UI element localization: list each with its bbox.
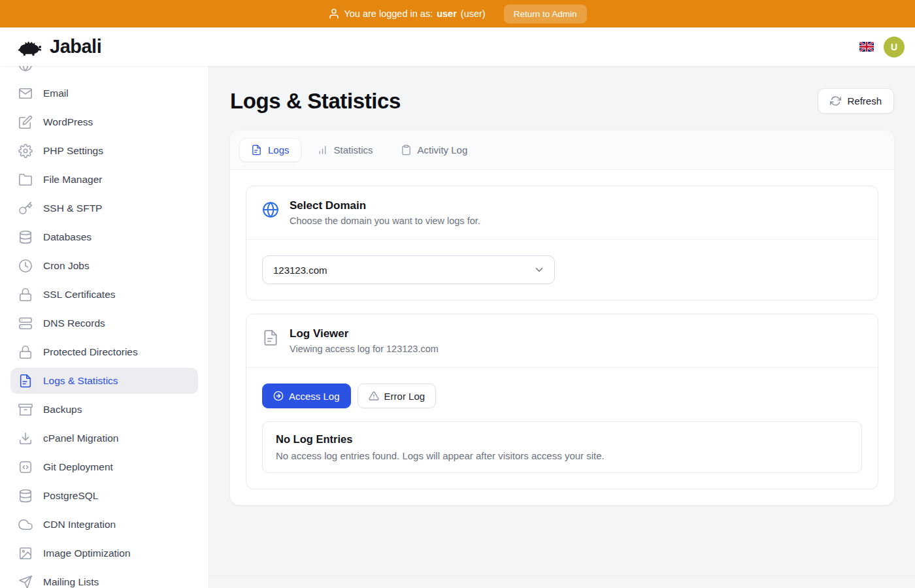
app-footer: Jabali Panel GitHub • © 2026 Jabali v0.9…: [209, 576, 915, 588]
sidebar-item-protected-directories[interactable]: Protected Directories: [10, 339, 198, 365]
sidebar-item-label: Cron Jobs: [43, 260, 90, 272]
folder-icon: [18, 172, 33, 187]
sidebar-item-postgresql[interactable]: PostgreSQL: [10, 483, 198, 509]
sidebar-item-label: Image Optimization: [43, 547, 131, 559]
bar-chart-icon: [317, 144, 328, 155]
brand[interactable]: Jabali: [17, 34, 101, 60]
impersonation-username: user: [437, 8, 457, 19]
sidebar-item-git-deployment[interactable]: Git Deployment: [10, 454, 198, 480]
database-icon: [18, 230, 33, 244]
sidebar-item-ssl-certificates[interactable]: SSL Certificates: [10, 282, 198, 308]
tab-label: Logs: [268, 144, 290, 155]
send-icon: [18, 575, 33, 588]
chevron-down-icon: [533, 264, 545, 276]
sidebar-item-label: CDN Integration: [43, 519, 116, 531]
sidebar-item-logs-statistics[interactable]: Logs & Statistics: [10, 368, 198, 394]
impersonation-prefix: You are logged in as:: [344, 8, 433, 19]
sidebar-item-file-manager[interactable]: File Manager: [10, 167, 198, 193]
sidebar-item-label: Databases: [43, 231, 92, 243]
sidebar-item-image-optimization[interactable]: Image Optimization: [10, 540, 198, 566]
cloud-icon: [18, 517, 33, 532]
sidebar-item-mailing-lists[interactable]: Mailing Lists: [10, 569, 198, 588]
log-viewer-header: Log Viewer Viewing access log for 123123…: [246, 314, 878, 367]
main-content: Logs & Statistics Refresh LogsStatistics…: [209, 66, 915, 505]
archive-icon: [18, 402, 33, 417]
access-log-label: Access Log: [289, 391, 340, 402]
sidebar-item-wordpress[interactable]: WordPress: [10, 109, 198, 135]
tabs-row: LogsStatisticsActivity Log: [230, 131, 894, 170]
refresh-icon: [830, 95, 841, 106]
uk-flag-icon[interactable]: [859, 42, 874, 52]
sidebar-item-cron-jobs[interactable]: Cron Jobs: [10, 253, 198, 279]
app-shell: EmailWordPressPHP SettingsFile ManagerSS…: [0, 66, 915, 588]
tab-activity-log[interactable]: Activity Log: [389, 138, 480, 162]
sidebar-item-label: WordPress: [43, 116, 93, 128]
alert-triangle-icon: [369, 391, 379, 401]
empty-log-message: No access log entries found. Logs will a…: [276, 450, 848, 461]
database-icon: [18, 489, 33, 503]
sidebar-item-databases[interactable]: Databases: [10, 224, 198, 250]
server-icon: [18, 316, 33, 331]
settings-icon: [18, 144, 33, 158]
sidebar-item-label: Backups: [43, 404, 82, 416]
globe-icon: [18, 66, 33, 72]
log-viewer-description: Viewing access log for 123123.com: [290, 344, 439, 354]
return-to-admin-button[interactable]: Return to Admin: [504, 5, 587, 24]
brand-name: Jabali: [50, 36, 101, 57]
tab-logs[interactable]: Logs: [239, 138, 301, 162]
select-domain-description: Choose the domain you want to view logs …: [290, 216, 480, 226]
key-icon: [18, 201, 33, 216]
app-header: Jabali U: [0, 27, 915, 66]
page-title: Logs & Statistics: [230, 89, 401, 114]
sidebar-item-label: Email: [43, 88, 69, 99]
edit-icon: [18, 115, 33, 129]
tab-label: Statistics: [334, 144, 373, 155]
sidebar-item-label: Mailing Lists: [43, 576, 99, 588]
page-head: Logs & Statistics Refresh: [230, 88, 894, 114]
download-icon: [18, 431, 33, 446]
sidebar-item-cdn-integration[interactable]: CDN Integration: [10, 512, 198, 538]
user-icon: [328, 8, 340, 20]
log-viewer-title: Log Viewer: [290, 327, 439, 340]
select-domain-card: Select Domain Choose the domain you want…: [246, 186, 878, 301]
empty-log-state: No Log Entries No access log entries fou…: [262, 421, 862, 473]
clock-icon: [18, 259, 33, 273]
mail-icon: [18, 86, 33, 101]
arrow-right-circle-icon: [273, 391, 284, 401]
sidebar-item-email[interactable]: Email: [10, 80, 198, 106]
domain-select-value: 123123.com: [273, 265, 327, 276]
user-avatar[interactable]: U: [884, 37, 905, 57]
tab-statistics[interactable]: Statistics: [305, 138, 385, 162]
tab-label: Activity Log: [418, 144, 468, 155]
select-domain-title: Select Domain: [290, 199, 480, 212]
file-text-icon: [18, 374, 33, 388]
sidebar-item-label: Git Deployment: [43, 461, 113, 473]
lock-icon: [18, 345, 33, 359]
error-log-button[interactable]: Error Log: [358, 384, 437, 408]
sidebar-item-label: Logs & Statistics: [43, 375, 118, 387]
select-domain-body: 123123.com: [246, 240, 878, 300]
domain-select[interactable]: 123123.com: [262, 255, 555, 284]
sidebar-item-label: PostgreSQL: [43, 490, 98, 502]
header-actions: U: [859, 37, 905, 57]
sidebar-item-backups[interactable]: Backups: [10, 397, 198, 423]
clipboard-icon: [401, 144, 412, 155]
file-text-icon: [262, 329, 279, 346]
sidebar-item-label: SSL Certificates: [43, 289, 116, 301]
sidebar-item-label: cPanel Migration: [43, 433, 118, 444]
sidebar-item-label: DNS Records: [43, 318, 105, 329]
file-text-icon: [251, 144, 262, 155]
sidebar-item-php-settings[interactable]: PHP Settings: [10, 138, 198, 164]
sidebar-item-partial[interactable]: [10, 66, 198, 78]
globe-icon: [262, 201, 279, 218]
sidebar-item-cpanel-migration[interactable]: cPanel Migration: [10, 425, 198, 451]
sidebar-item-ssh-sftp[interactable]: SSH & SFTP: [10, 195, 198, 221]
sidebar-item-label: File Manager: [43, 174, 102, 186]
access-log-button[interactable]: Access Log: [262, 384, 351, 408]
refresh-button[interactable]: Refresh: [818, 88, 894, 114]
refresh-label: Refresh: [847, 95, 882, 106]
image-icon: [18, 546, 33, 561]
log-viewer-body: Access Log Error Log No Log Entries No a…: [246, 368, 878, 489]
lock-icon: [18, 287, 33, 302]
sidebar-item-dns-records[interactable]: DNS Records: [10, 310, 198, 336]
